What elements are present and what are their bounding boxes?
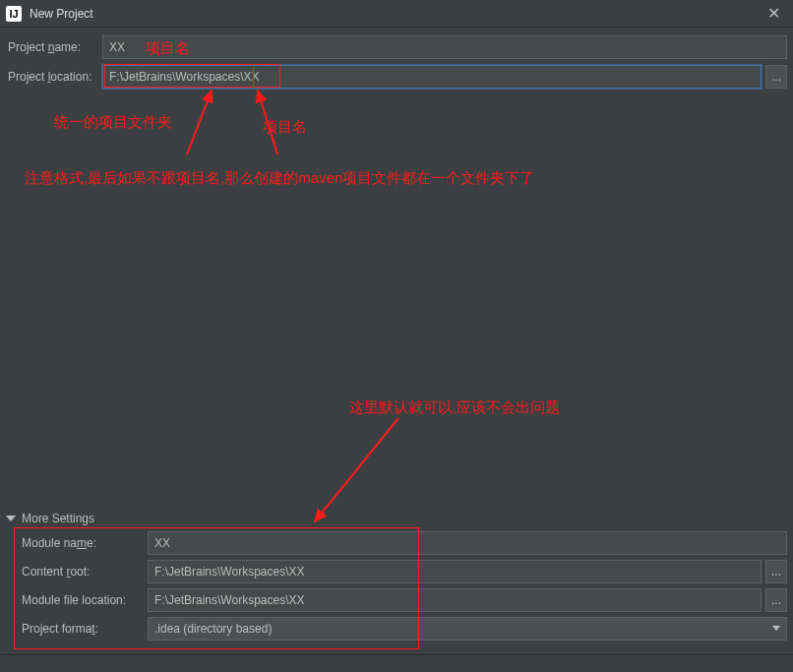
content-root-input[interactable] (148, 560, 762, 583)
annotation-format-warning: 注意格式,最后如果不跟项目名,那么创建的maven项目文件都在一个文件夹下了 (25, 169, 534, 188)
close-icon[interactable]: ✕ (760, 0, 787, 28)
project-format-label: Project format: (20, 622, 148, 636)
chevron-down-icon (772, 626, 780, 631)
module-name-input[interactable] (148, 531, 787, 555)
divider (0, 654, 793, 655)
module-file-location-label: Module file location: (20, 593, 148, 607)
project-format-value: .idea (directory based) (154, 622, 272, 636)
form-top: Project name: Project location: ... (0, 28, 793, 89)
browse-content-root-button[interactable]: ... (765, 560, 787, 583)
project-location-input[interactable] (102, 65, 762, 89)
app-icon: IJ (6, 6, 22, 22)
more-settings-section: More Settings Module name: Content root:… (6, 512, 787, 645)
window-title: New Project (30, 7, 760, 21)
module-file-location-input[interactable] (148, 588, 762, 612)
project-location-label: Project location: (6, 70, 102, 84)
project-name-label: Project name: (6, 40, 102, 54)
annotation-default-ok: 这里默认就可以,应该不会出问题 (349, 398, 560, 417)
browse-location-button[interactable]: ... (765, 65, 787, 89)
svg-line-0 (187, 91, 212, 154)
more-settings-label: More Settings (22, 512, 94, 525)
svg-line-2 (315, 418, 398, 521)
chevron-down-icon (6, 516, 16, 521)
browse-module-file-button[interactable]: ... (765, 588, 787, 612)
content-root-label: Content root: (20, 565, 148, 579)
more-settings-toggle[interactable]: More Settings (6, 512, 787, 525)
annotation-unified-folder: 统一的项目文件夹 (54, 113, 172, 132)
project-name-input[interactable] (102, 35, 787, 59)
project-format-select[interactable]: .idea (directory based) (148, 617, 787, 641)
annotation-project-name-2: 项目名 (263, 118, 307, 137)
arrow-icon (177, 86, 236, 164)
annotation-project-name: 项目名 (146, 39, 190, 58)
module-name-label: Module name: (20, 536, 148, 550)
titlebar: IJ New Project ✕ (0, 0, 793, 28)
